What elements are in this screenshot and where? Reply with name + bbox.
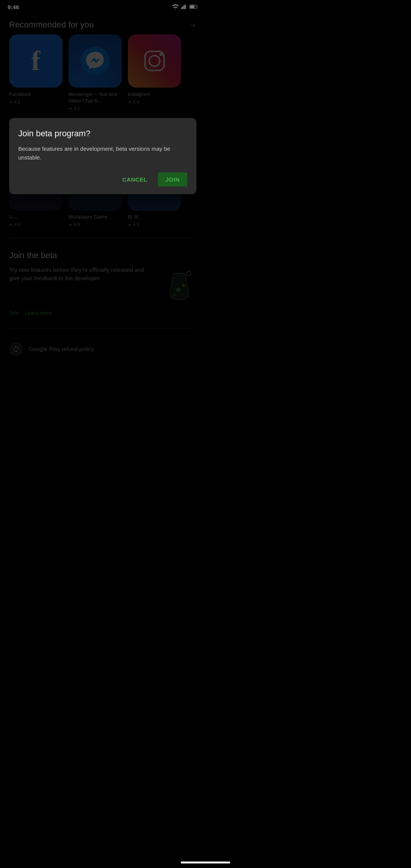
beta-dialog: Join beta program? Because features are …	[9, 118, 196, 194]
dialog-overlay	[0, 0, 206, 434]
join-button[interactable]: JOIN	[158, 172, 187, 187]
dialog-buttons: CANCEL JOIN	[18, 172, 187, 187]
cancel-button[interactable]: CANCEL	[115, 172, 155, 187]
dialog-title: Join beta program?	[18, 129, 187, 139]
dialog-message: Because features are in development, bet…	[18, 145, 187, 162]
